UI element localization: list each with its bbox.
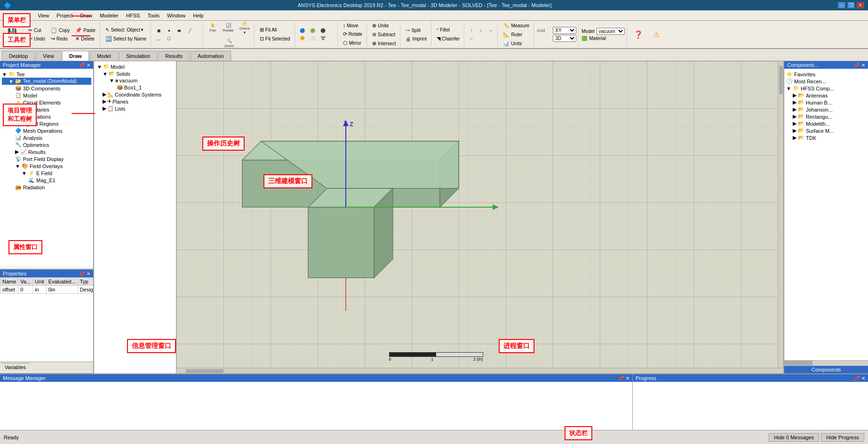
tool6-btn[interactable]: ➰ [319, 35, 328, 41]
menu-window[interactable]: Window [163, 12, 189, 19]
tree-results[interactable]: ▶ 📈 Results [2, 148, 91, 155]
prog-close-btn[interactable]: ✕ [861, 376, 865, 381]
tab-simulation[interactable]: Simulation [119, 51, 157, 61]
menu-edit[interactable]: Edit [18, 12, 34, 19]
grid-select[interactable]: XY XZ YZ [553, 27, 576, 34]
tree-analysis[interactable]: 📊 Analysis [2, 134, 91, 141]
tab-desktop[interactable]: Desktop [2, 51, 35, 61]
tool4-btn[interactable]: 🔶 [298, 35, 307, 41]
tree-hybrid[interactable]: 🌀 Hybrid Regions [2, 120, 91, 127]
tab-draw[interactable]: Draw [62, 51, 89, 61]
tree-mag-e1[interactable]: 🌊 Mag_E1 [2, 177, 91, 184]
menu-draw[interactable]: Draw [77, 12, 96, 19]
menu-tools[interactable]: Tools [143, 12, 163, 19]
variables-tab[interactable]: Variables [1, 363, 30, 371]
viewport-hscroll-thumb[interactable] [186, 369, 223, 373]
draw-box-btn[interactable]: ◼ [154, 27, 163, 34]
draw-poly-btn[interactable]: ⬡ [164, 35, 174, 42]
tree-optimetrics[interactable]: 🔧 Optimetrics [2, 141, 91, 148]
tab-view[interactable]: View [36, 51, 61, 61]
project-tree[interactable]: ▼ 📁 Tee ▼ 📂 Tee_modal (DrivenModal) 📦 3D… [0, 69, 93, 266]
comp-rectangu[interactable]: ▶ 📂 Rectangu... [786, 113, 866, 120]
move-button[interactable]: ↕ Move [341, 22, 365, 29]
props-pin-btn[interactable]: 📌 [79, 271, 85, 276]
prog-pin-btn[interactable]: 📌 [854, 376, 860, 381]
chamfer-button[interactable]: ◥ Chamfer [434, 35, 462, 43]
hide-messages-btn[interactable]: Hide 0 Messages [769, 433, 819, 442]
tree-3d-comp[interactable]: 📦 3D Components [2, 85, 91, 92]
pan-button[interactable]: ✋ Pan [206, 21, 219, 36]
unite-button[interactable]: ⊕ Unite [370, 22, 398, 30]
comp-pin-btn[interactable]: 📌 [854, 63, 860, 68]
viewport-vscroll-thumb[interactable] [779, 66, 783, 94]
draw-line-btn[interactable]: ╱ [185, 27, 194, 34]
menu-project[interactable]: Project [53, 12, 76, 19]
tree-excitations[interactable]: ▶ ↗ Excitations [2, 113, 91, 120]
hist-model[interactable]: ▼ 📁 Model [96, 63, 174, 70]
pm-pin-btn[interactable]: 📌 [79, 63, 85, 68]
viewport-vscrollbar[interactable] [778, 61, 783, 368]
menu-help[interactable]: Help [189, 12, 207, 19]
help-button[interactable]: ❓ [630, 29, 647, 40]
rotate2-button[interactable]: ⟳ Rotate [341, 30, 365, 38]
hide-progress-btn[interactable]: Hide Progress [821, 433, 864, 442]
comp-recent[interactable]: 🕐 Most Recen... [786, 78, 866, 85]
redo-button[interactable]: ↪ Redo [48, 35, 72, 43]
tree-tee-modal[interactable]: ▼ 📂 Tee_modal (DrivenModal) [2, 78, 91, 85]
viewport-hscrollbar[interactable] [176, 368, 783, 373]
tool5-btn[interactable]: ⬜ [308, 35, 318, 41]
save-button[interactable]: 💾 Save [4, 26, 21, 43]
split-button[interactable]: ⤏ Split [403, 26, 429, 34]
tree-mesh[interactable]: 🔷 Mesh Operations [2, 127, 91, 134]
restore-btn[interactable]: ❐ [847, 2, 855, 8]
menu-modeler[interactable]: Modeler [96, 12, 122, 19]
comp-human[interactable]: ▶ 📂 Human B... [786, 99, 866, 106]
tree-field-overlays[interactable]: ▼ 🎨 Field Overlays [2, 162, 91, 170]
ruler-button[interactable]: 📐 Ruler [501, 31, 532, 39]
menu-view[interactable]: View [34, 12, 53, 19]
arrow1-btn[interactable]: ↑ [467, 27, 476, 34]
comp-scroll-thumb[interactable] [784, 361, 812, 365]
copy-button[interactable]: 📋 Copy [48, 26, 72, 34]
comp-antennas[interactable]: ▶ 📂 Antennas [786, 92, 866, 99]
model-select[interactable]: vacuum [597, 28, 625, 35]
draw-arc-btn[interactable]: ◡ [154, 35, 163, 42]
menu-hfss[interactable]: HFSS [122, 12, 143, 19]
tool1-btn[interactable]: 🔵 [298, 27, 307, 34]
imprint-button[interactable]: 🖨 Imprint [403, 35, 429, 43]
arrow2-btn[interactable]: ↓ [477, 27, 485, 34]
components-tree[interactable]: ⭐ Favorites 🕐 Most Recen... ▼ 📁 HFSS Com… [784, 69, 868, 360]
tool2-btn[interactable]: 🟢 [308, 27, 318, 34]
intersect-button[interactable]: ⊗ Intersect [370, 40, 398, 48]
3d-viewport[interactable]: Z Z 0 1 2 [176, 61, 783, 373]
paste-button[interactable]: 📌 Paste [73, 26, 98, 34]
fit-all-button[interactable]: ⊞ Fit All [257, 26, 293, 34]
msg-pin-btn[interactable]: 📌 [618, 376, 624, 381]
msg-close-btn[interactable]: ✕ [626, 376, 629, 381]
tree-tee[interactable]: ▼ 📁 Tee [2, 71, 91, 78]
undo-button[interactable]: ↩ Undo [26, 35, 48, 43]
tree-e-field[interactable]: ▼ ⚡ E Field [2, 170, 91, 177]
comp-close-btn[interactable]: ✕ [861, 63, 865, 68]
comp-hfss[interactable]: ▼ 📁 HFSS Comp... [786, 85, 866, 92]
pm-close-btn[interactable]: ✕ [87, 63, 90, 68]
warning-button[interactable]: ⚠ [648, 29, 665, 40]
mirror-button[interactable]: ⬡ Mirror [341, 39, 365, 47]
hist-coord-sys[interactable]: ▶ 📐 Coordinate Systems [96, 91, 174, 98]
cut-button[interactable]: ✂ Cut [26, 26, 48, 34]
hist-solids[interactable]: ▼ 📂 Solids [96, 70, 174, 77]
zoom-button[interactable]: 🔍 Zoom [222, 37, 236, 49]
tab-model[interactable]: Model [90, 51, 118, 61]
tool3-btn[interactable]: ⚫ [319, 27, 328, 34]
hist-planes[interactable]: ▶ ✈ Planes [96, 98, 174, 105]
fillet-button[interactable]: ◜ Fillet [434, 26, 462, 34]
fit-selected-button[interactable]: ⊡ Fit Selected [257, 35, 293, 43]
arrow4-btn[interactable]: ← [467, 35, 476, 42]
grid-3d-select[interactable]: 3D 2D [553, 35, 576, 42]
draw-sphere-btn[interactable]: ● [164, 27, 174, 34]
rotate-button[interactable]: 🔄 Rotate [220, 21, 236, 36]
tree-circuit[interactable]: ⚡ Circuit Elements [2, 99, 91, 106]
comp-surface[interactable]: ▶ 📂 Surface M... [786, 127, 866, 134]
tab-results[interactable]: Results [158, 51, 190, 61]
select-object-button[interactable]: ↖ Select: Object ▼ [103, 26, 149, 34]
